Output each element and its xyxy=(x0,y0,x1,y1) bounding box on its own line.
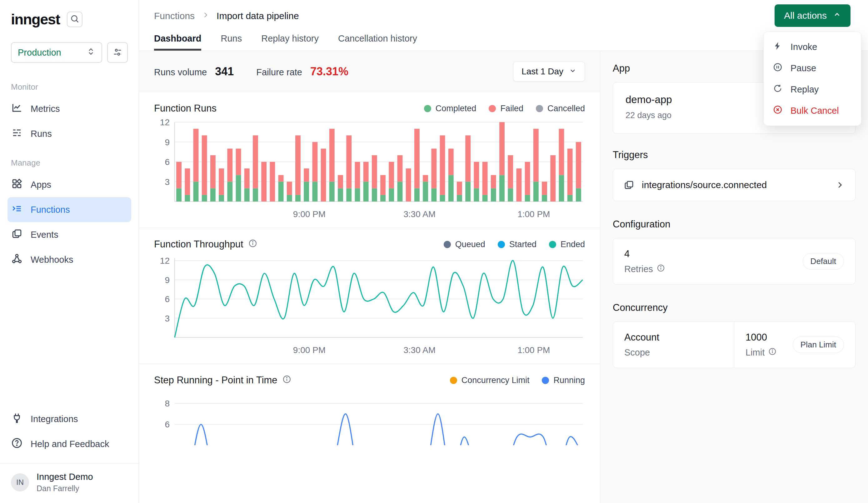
sidebar-footer: Integrations Help and Feedback IN Innges… xyxy=(0,407,139,503)
failure-rate-label: Failure rate xyxy=(256,67,302,78)
sidebar-item-help[interactable]: Help and Feedback xyxy=(8,431,131,456)
chevron-down-icon xyxy=(569,66,577,76)
all-actions-button[interactable]: All actions xyxy=(775,4,850,27)
svg-text:6: 6 xyxy=(165,294,170,304)
page-title: Import data pipeline xyxy=(217,11,299,21)
dashboard-main: Runs volume 341 Failure rate 73.31% Last… xyxy=(139,51,600,503)
svg-text:9: 9 xyxy=(165,137,170,147)
manage-section-label: Manage xyxy=(0,158,139,168)
search-icon xyxy=(70,14,79,24)
scope-label: Scope xyxy=(624,347,650,358)
pause-circle-icon xyxy=(773,62,782,74)
webhook-icon xyxy=(11,253,22,267)
functions-icon xyxy=(11,203,22,216)
legend-started: Started xyxy=(509,240,537,249)
sidebar-item-label: Runs xyxy=(31,129,52,139)
chart-line-icon xyxy=(11,102,22,116)
sidebar-item-runs[interactable]: Runs xyxy=(8,121,131,146)
inngest-logo: inngest xyxy=(11,11,60,28)
user-subtitle: Dan Farrelly xyxy=(37,484,93,493)
all-actions-label: All actions xyxy=(784,10,827,21)
menu-item-label: Bulk Cancel xyxy=(790,106,839,116)
help-circle-icon xyxy=(11,438,22,451)
sidebar-item-metrics[interactable]: Metrics xyxy=(8,96,131,121)
sidebar-item-apps[interactable]: Apps xyxy=(8,172,131,197)
step-running-chart: 68 xyxy=(154,390,585,445)
sidebar-item-integrations[interactable]: Integrations xyxy=(8,407,131,431)
running-dot xyxy=(542,377,549,384)
info-icon[interactable] xyxy=(657,264,665,274)
event-icon xyxy=(624,179,634,190)
failed-dot xyxy=(489,105,496,112)
environment-value: Production xyxy=(18,48,61,58)
breadcrumb-functions[interactable]: Functions xyxy=(154,11,195,21)
completed-dot xyxy=(424,105,431,112)
scope-value: Account xyxy=(624,332,659,343)
legend-failed: Failed xyxy=(500,104,523,113)
environment-select[interactable]: Production xyxy=(11,42,102,63)
sidebar-item-functions[interactable]: Functions xyxy=(8,197,131,222)
x-circle-icon xyxy=(773,105,782,116)
user-account-row[interactable]: IN Inngest Demo Dan Farrelly xyxy=(0,463,139,501)
app-root: inngest Production Monitor Metrics Runs xyxy=(0,0,868,503)
chevron-right-icon xyxy=(835,180,845,189)
started-dot xyxy=(498,241,505,248)
info-icon[interactable] xyxy=(768,347,776,358)
menu-item-pause[interactable]: Pause xyxy=(764,58,861,79)
tab-bar: Dashboard Runs Replay history Cancellati… xyxy=(154,33,417,51)
svg-text:6: 6 xyxy=(165,157,170,167)
time-range-select[interactable]: Last 1 Day xyxy=(513,62,585,82)
limit-label: Limit xyxy=(745,347,765,358)
triggers-heading: Triggers xyxy=(613,149,856,161)
concurrency-heading: Concurrency xyxy=(613,302,856,314)
time-range-value: Last 1 Day xyxy=(521,66,564,76)
replay-icon xyxy=(773,84,782,95)
sidebar-item-label: Events xyxy=(31,230,59,240)
function-throughput-section: Function Throughput Queued Started Ended… xyxy=(139,228,600,364)
configuration-heading: Configuration xyxy=(613,219,856,230)
step-running-section: Step Running - Point in Time Concurrency… xyxy=(139,364,600,451)
legend-completed: Completed xyxy=(436,104,476,113)
concurrency-card: Account Scope 1000 Limit Plan Limit xyxy=(613,321,856,368)
step-running-legend: Concurrency Limit Running xyxy=(450,376,585,385)
runs-volume-value: 341 xyxy=(215,65,234,78)
step-running-title: Step Running - Point in Time xyxy=(154,374,278,386)
svg-text:3: 3 xyxy=(165,177,170,187)
env-filter-button[interactable] xyxy=(107,42,128,63)
tab-dashboard[interactable]: Dashboard xyxy=(154,33,201,51)
tab-cancellation-history[interactable]: Cancellation history xyxy=(338,33,417,51)
sidebar-nav: Monitor Metrics Runs Manage Apps Functio… xyxy=(0,70,139,407)
tab-runs[interactable]: Runs xyxy=(220,33,242,51)
sidebar-item-events[interactable]: Events xyxy=(8,222,131,247)
user-name: Inngest Demo xyxy=(37,472,93,482)
avatar: IN xyxy=(11,473,29,491)
sliders-icon xyxy=(113,48,122,58)
runs-volume-label: Runs volume xyxy=(154,67,207,78)
apps-grid-icon xyxy=(11,178,22,192)
tab-replay-history[interactable]: Replay history xyxy=(261,33,319,51)
legend-queued: Queued xyxy=(455,240,485,249)
menu-item-replay[interactable]: Replay xyxy=(764,79,861,100)
page-header: Functions Import data pipeline Dashboard… xyxy=(139,0,868,51)
retries-value: 4 xyxy=(624,248,665,260)
sidebar-item-webhooks[interactable]: Webhooks xyxy=(8,247,131,272)
trigger-event-name: integrations/source.connected xyxy=(642,179,767,190)
menu-item-invoke[interactable]: Invoke xyxy=(764,36,861,58)
plan-limit-badge: Plan Limit xyxy=(793,337,844,353)
menu-item-label: Replay xyxy=(790,84,819,95)
search-button[interactable] xyxy=(67,12,82,27)
all-actions-menu: Invoke Pause Replay Bulk Cancel xyxy=(763,32,861,126)
queued-dot xyxy=(444,241,451,248)
info-icon[interactable] xyxy=(282,375,291,386)
info-icon[interactable] xyxy=(248,239,257,250)
breadcrumb: Functions Import data pipeline xyxy=(154,11,299,21)
svg-text:12: 12 xyxy=(160,256,170,266)
failure-rate-stat: Failure rate 73.31% xyxy=(256,65,348,78)
retries-card: 4 Retries Default xyxy=(613,238,856,285)
sidebar: inngest Production Monitor Metrics Runs xyxy=(0,0,139,503)
monitor-section-label: Monitor xyxy=(0,82,139,92)
trigger-card[interactable]: integrations/source.connected xyxy=(613,169,856,201)
legend-running: Running xyxy=(554,376,585,385)
failure-rate-value: 73.31% xyxy=(310,65,348,78)
menu-item-bulk-cancel[interactable]: Bulk Cancel xyxy=(764,100,861,121)
